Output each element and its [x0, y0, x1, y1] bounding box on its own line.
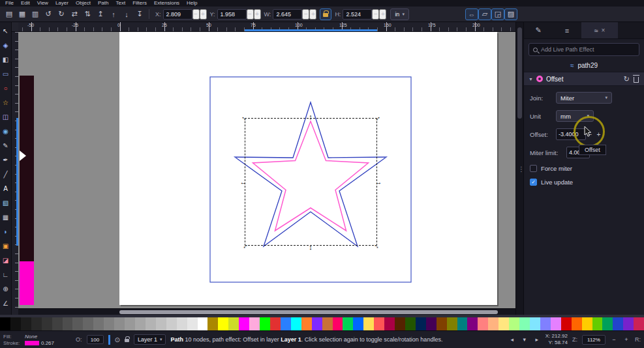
spiral-tool[interactable]: ◉ — [1, 124, 11, 138]
palette-swatch[interactable] — [270, 317, 281, 330]
palette-swatch[interactable] — [10, 317, 21, 330]
pencil-tool[interactable]: ✎ — [1, 138, 11, 152]
palette-swatch[interactable] — [488, 317, 498, 330]
fill-stroke-indicator[interactable]: Fill: None Stroke: 0.267 — [3, 334, 71, 346]
menu-item[interactable]: Layer — [55, 0, 69, 6]
palette-swatch[interactable] — [467, 317, 478, 330]
zoom-minus-button[interactable]: − — [610, 336, 618, 343]
offset-minus-button[interactable]: − — [586, 128, 594, 140]
nav-right-button[interactable]: ▸ — [533, 336, 541, 343]
palette-swatch[interactable] — [426, 317, 437, 330]
rotate-ccw-icon[interactable]: ↺ — [42, 8, 55, 20]
palette-swatch[interactable] — [218, 317, 228, 330]
palette-swatch[interactable] — [498, 317, 509, 330]
palette-swatch[interactable] — [312, 317, 322, 330]
x-minus-button[interactable]: − — [192, 9, 200, 20]
nav-left-button[interactable]: ◂ — [508, 336, 516, 343]
force-miter-checkbox[interactable] — [530, 165, 537, 172]
w-plus-button[interactable]: + — [309, 9, 316, 20]
scale-handle-bottom[interactable]: ↕ — [309, 244, 313, 251]
palette-swatch[interactable] — [447, 317, 457, 330]
gradient-tool[interactable]: ▧ — [1, 196, 11, 210]
join-dropdown[interactable]: Miter ▾ — [556, 92, 612, 104]
palette-swatch[interactable] — [530, 317, 540, 330]
w-minus-button[interactable]: − — [302, 9, 309, 20]
force-miter-row[interactable]: Force miter — [530, 165, 638, 172]
w-field-input[interactable]: 2.645 — [273, 9, 302, 20]
canvas[interactable]: ↔ ↕ ↔ ↔ ↔ ↔ ↕ ↔ — [18, 32, 515, 308]
zoom-input[interactable]: 112% — [582, 335, 606, 345]
opacity-input[interactable]: 100 — [87, 335, 104, 344]
palette-swatch[interactable] — [592, 317, 603, 330]
lower-to-bottom-icon[interactable]: ↧ — [133, 8, 146, 20]
palette-swatch[interactable] — [228, 317, 239, 330]
h-field-input[interactable]: 2.524 — [343, 9, 372, 20]
move-patterns-toggle[interactable]: ▨ — [504, 8, 517, 20]
palette-swatch[interactable] — [437, 317, 447, 330]
rotate-cw-icon[interactable]: ↻ — [55, 8, 68, 20]
menu-item[interactable]: Text — [116, 0, 126, 6]
palette-swatch[interactable] — [21, 317, 31, 330]
flip-vertical-icon[interactable]: ⇅ — [81, 8, 94, 20]
dropper-tool[interactable]: ◗ — [1, 224, 11, 239]
shape-builder-tool[interactable]: ◧ — [1, 52, 11, 66]
palette-swatch[interactable] — [135, 317, 146, 330]
text-tool[interactable]: A — [1, 181, 11, 196]
palette-swatch[interactable] — [363, 317, 374, 330]
layer-visibility-toggle[interactable]: ⊙ — [115, 336, 120, 343]
nav-down-button[interactable]: ▾ — [521, 336, 529, 343]
delete-effect-button[interactable] — [633, 76, 639, 83]
palette-swatch[interactable] — [104, 317, 114, 330]
offset-input[interactable]: -3.4000 — [556, 128, 586, 140]
palette-swatch[interactable] — [551, 317, 561, 330]
palette-swatch[interactable] — [166, 317, 177, 330]
palette-swatch[interactable] — [281, 317, 291, 330]
palette-swatch[interactable] — [83, 317, 93, 330]
palette-swatch[interactable] — [613, 317, 623, 330]
selector-tool[interactable]: ↖ — [1, 23, 11, 38]
calligraphy-tool[interactable]: ╱ — [1, 167, 11, 181]
palette-swatch[interactable] — [343, 317, 353, 330]
palette-swatch[interactable] — [177, 317, 187, 330]
h-plus-button[interactable]: + — [379, 9, 386, 20]
close-icon[interactable]: × — [602, 27, 606, 34]
x-plus-button[interactable]: + — [200, 9, 207, 20]
palette-swatch[interactable] — [395, 317, 405, 330]
scale-handle-top[interactable]: ↕ — [309, 113, 313, 121]
palette-swatch[interactable] — [405, 317, 416, 330]
star-tool[interactable]: ☆ — [1, 95, 11, 109]
y-plus-button[interactable]: + — [254, 9, 261, 20]
menu-item[interactable]: File — [5, 0, 14, 6]
horizontal-ruler[interactable]: -50-250255075100125150175200 — [18, 22, 515, 32]
vertical-scrollbar[interactable]: ⋮ — [515, 22, 523, 315]
palette-swatch[interactable] — [572, 317, 582, 330]
palette-swatch[interactable] — [31, 317, 42, 330]
unit-dropdown[interactable]: in ▾ — [390, 8, 409, 20]
palette-swatch[interactable] — [582, 317, 592, 330]
palette-swatch[interactable] — [93, 317, 104, 330]
palette-swatch[interactable] — [156, 317, 166, 330]
panel-tab-align[interactable]: ≡ — [553, 22, 581, 38]
palette-swatch[interactable] — [301, 317, 312, 330]
deselect-icon[interactable]: ▥ — [29, 8, 42, 20]
panel-tab-path-effects[interactable]: ≈ × — [581, 22, 618, 38]
menu-item[interactable]: Path — [98, 0, 108, 6]
menu-item[interactable]: Extensions — [154, 0, 179, 6]
layer-dropdown[interactable]: Layer 1 ▾ — [134, 334, 166, 345]
palette-swatch[interactable] — [114, 317, 125, 330]
mesh-tool[interactable]: ▦ — [1, 210, 11, 224]
palette-swatch[interactable] — [260, 317, 270, 330]
horizontal-scrollbar-thumb[interactable] — [119, 310, 498, 314]
zoom-tool[interactable]: ⊕ — [1, 282, 11, 296]
effect-row-offset[interactable]: ▼ Offset ↻ — [524, 72, 644, 86]
vertical-scrollbar-thumb[interactable] — [517, 27, 522, 119]
palette-swatch[interactable] — [457, 317, 468, 330]
palette-swatch[interactable] — [291, 317, 301, 330]
connector-tool[interactable]: ∟ — [1, 267, 11, 282]
flip-horizontal-icon[interactable]: ⇄ — [68, 8, 81, 20]
paint-bucket-tool[interactable]: ▣ — [1, 239, 11, 253]
measure-tool[interactable]: ∠ — [1, 296, 11, 310]
scale-corners-toggle[interactable]: ▱ — [478, 8, 491, 20]
palette-swatch[interactable] — [478, 317, 488, 330]
menu-item[interactable]: View — [37, 0, 48, 6]
